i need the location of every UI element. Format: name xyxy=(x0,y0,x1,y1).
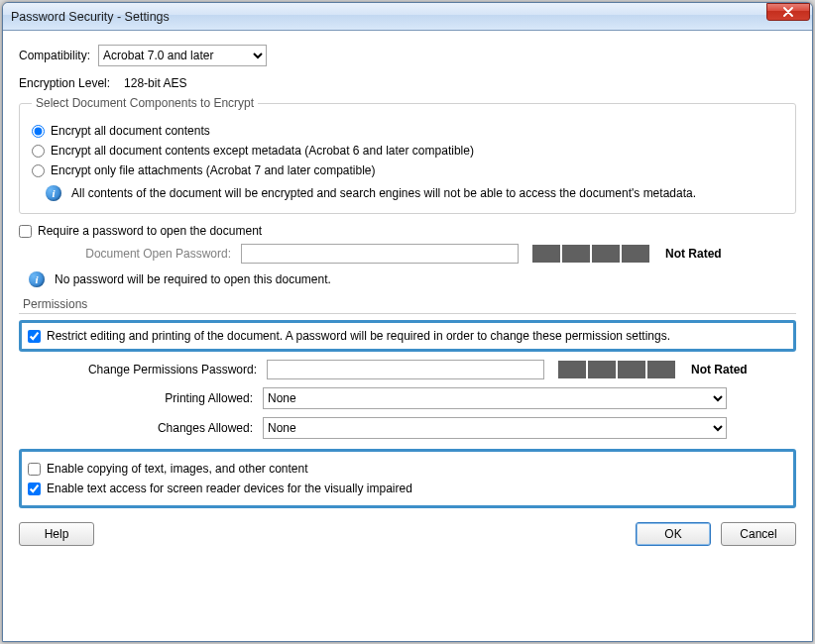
restrict-checkbox[interactable] xyxy=(28,330,41,343)
open-pw-label: Document Open Password: xyxy=(23,247,231,261)
open-pw-input[interactable] xyxy=(241,244,519,264)
button-bar: Help OK Cancel xyxy=(19,522,796,546)
open-pw-strength-meter xyxy=(532,245,649,263)
enable-access-checkbox[interactable] xyxy=(28,483,41,495)
compatibility-row: Compatibility: Acrobat 7.0 and later xyxy=(19,45,796,66)
encryption-row: Encryption Level: 128-bit AES xyxy=(19,76,796,90)
perm-pw-field-row: Change Permissions Password: Not Rated xyxy=(23,360,792,379)
close-icon xyxy=(783,7,793,17)
encrypt-all-radio[interactable] xyxy=(32,125,45,138)
encrypt-except-meta-label: Encrypt all document contents except met… xyxy=(51,144,474,158)
require-open-pw-label: Require a password to open the document xyxy=(38,224,262,238)
compatibility-select[interactable]: Acrobat 7.0 and later xyxy=(98,45,267,66)
encrypt-attachments-label: Encrypt only file attachments (Acrobat 7… xyxy=(51,163,376,177)
restrict-label: Restrict editing and printing of the doc… xyxy=(47,329,670,343)
info-icon: i xyxy=(46,185,61,201)
encrypt-components-legend: Select Document Components to Encrypt xyxy=(32,96,258,110)
permissions-title: Permissions xyxy=(23,297,796,311)
enable-copy-checkbox[interactable] xyxy=(28,463,41,476)
open-pw-info-text: No password will be required to open thi… xyxy=(55,272,331,286)
ok-button[interactable]: OK xyxy=(636,522,711,546)
enable-copy-row: Enable copying of text, images, and othe… xyxy=(28,462,787,476)
encrypt-except-meta-radio[interactable] xyxy=(32,145,45,158)
copy-access-highlight: Enable copying of text, images, and othe… xyxy=(19,449,796,508)
encrypt-info-line: i All contents of the document will be e… xyxy=(46,185,783,201)
open-pw-field-row: Document Open Password: Not Rated xyxy=(23,244,792,264)
encrypt-all-label: Encrypt all document contents xyxy=(51,124,210,138)
enable-copy-label: Enable copying of text, images, and othe… xyxy=(47,462,308,476)
changes-label: Changes Allowed: xyxy=(19,421,253,435)
cancel-button[interactable]: Cancel xyxy=(721,522,796,546)
perm-pw-label: Change Permissions Password: xyxy=(23,363,257,376)
window-title: Password Security - Settings xyxy=(11,10,170,24)
encrypt-attachments-row: Encrypt only file attachments (Acrobat 7… xyxy=(32,163,783,177)
require-open-pw-checkbox[interactable] xyxy=(19,225,32,238)
enable-access-label: Enable text access for screen reader dev… xyxy=(47,482,412,495)
encrypt-attachments-radio[interactable] xyxy=(32,164,45,177)
require-open-pw-row: Require a password to open the document xyxy=(19,224,796,238)
printing-label: Printing Allowed: xyxy=(19,391,253,405)
encryption-label: Encryption Level: xyxy=(19,76,110,90)
perm-pw-rating: Not Rated xyxy=(691,363,748,376)
encrypt-except-meta-row: Encrypt all document contents except met… xyxy=(32,144,783,158)
printing-select[interactable]: None xyxy=(263,387,727,409)
restrict-row: Restrict editing and printing of the doc… xyxy=(28,329,787,343)
divider xyxy=(19,313,796,314)
dialog-body: Compatibility: Acrobat 7.0 and later Enc… xyxy=(3,31,812,641)
changes-select[interactable]: None xyxy=(263,417,727,439)
encrypt-all-row: Encrypt all document contents xyxy=(32,124,783,138)
open-pw-rating: Not Rated xyxy=(665,247,722,261)
encrypt-components-group: Select Document Components to Encrypt En… xyxy=(19,96,796,214)
close-button[interactable] xyxy=(766,3,810,21)
info-icon: i xyxy=(29,271,45,287)
enable-access-row: Enable text access for screen reader dev… xyxy=(28,482,787,495)
titlebar: Password Security - Settings xyxy=(3,3,812,31)
perm-pw-input[interactable] xyxy=(267,360,544,379)
restrict-highlight: Restrict editing and printing of the doc… xyxy=(19,320,796,352)
help-button[interactable]: Help xyxy=(19,522,94,546)
encryption-value: 128-bit AES xyxy=(124,76,186,90)
compatibility-label: Compatibility: xyxy=(19,49,90,62)
printing-row: Printing Allowed: None xyxy=(19,387,796,409)
encrypt-info-text: All contents of the document will be enc… xyxy=(71,186,696,200)
changes-row: Changes Allowed: None xyxy=(19,417,796,439)
dialog-window: Password Security - Settings Compatibili… xyxy=(2,2,813,642)
open-pw-info-line: i No password will be required to open t… xyxy=(29,271,796,287)
perm-pw-strength-meter xyxy=(558,361,675,378)
